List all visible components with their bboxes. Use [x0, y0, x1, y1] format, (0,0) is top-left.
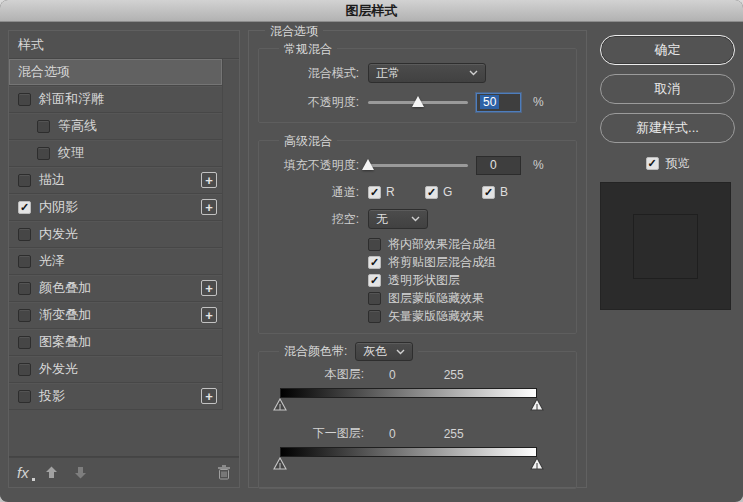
sidebar-item-5[interactable]: ✓内阴影+: [9, 194, 222, 221]
chevron-down-icon: [411, 216, 420, 222]
style-item-label: 外发光: [39, 360, 78, 378]
opacity-slider-thumb[interactable]: [412, 96, 424, 107]
this-layer-block: 本图层: 0 255: [269, 366, 566, 415]
style-item-label: 颜色叠加: [39, 279, 91, 297]
add-instance-icon[interactable]: +: [201, 307, 217, 323]
channel-b: ✓B: [482, 185, 539, 199]
underlying-black-marker[interactable]: [273, 457, 287, 470]
channel-r-checkbox[interactable]: ✓: [368, 186, 381, 199]
advanced-option-checkbox[interactable]: ✓: [368, 256, 381, 269]
opacity-unit: %: [533, 95, 544, 109]
style-item-label: 等高线: [58, 117, 97, 135]
opacity-input[interactable]: 50: [476, 93, 521, 112]
style-enable-checkbox[interactable]: [18, 363, 31, 376]
add-instance-icon[interactable]: +: [201, 280, 217, 296]
style-enable-checkbox[interactable]: [18, 255, 31, 268]
preview-inner-square: [633, 214, 698, 279]
blend-if-mode-select[interactable]: 灰色: [355, 342, 413, 361]
style-enable-checkbox[interactable]: [18, 309, 31, 322]
opacity-slider[interactable]: [368, 95, 468, 109]
fx-label: fx: [17, 464, 29, 481]
fill-opacity-slider-track: [368, 164, 468, 167]
styles-list-empty-area: [9, 410, 239, 457]
advanced-option-checkbox[interactable]: ✓: [368, 274, 381, 287]
new-style-button[interactable]: 新建样式...: [600, 113, 735, 143]
this-layer-white-marker[interactable]: [530, 398, 544, 411]
sidebar-item-7[interactable]: 光泽: [9, 248, 222, 275]
preview-checkbox[interactable]: ✓: [646, 157, 659, 170]
sidebar-item-1[interactable]: 斜面和浮雕: [9, 86, 222, 113]
advanced-option-checkbox[interactable]: [368, 310, 381, 323]
sidebar-item-12[interactable]: 投影+: [9, 383, 222, 410]
sidebar-item-11[interactable]: 外发光: [9, 356, 222, 383]
advanced-option-checkbox[interactable]: [368, 238, 381, 251]
channel-r: ✓R: [368, 185, 425, 199]
fill-opacity-slider-thumb[interactable]: [362, 159, 374, 170]
preview-swatch: [600, 182, 731, 310]
style-enable-checkbox[interactable]: [18, 336, 31, 349]
knockout-select[interactable]: 无: [368, 209, 428, 229]
channel-label: B: [500, 185, 508, 199]
advanced-option-1: ✓将剪贴图层混合成组: [368, 253, 566, 271]
blend-mode-label: 混合模式:: [269, 65, 359, 82]
sidebar-item-3[interactable]: 纹理: [9, 140, 222, 167]
channel-b-checkbox[interactable]: ✓: [482, 186, 495, 199]
style-enable-checkbox[interactable]: [18, 282, 31, 295]
style-enable-checkbox[interactable]: [18, 390, 31, 403]
styles-list: 混合选项斜面和浮雕等高线纹理描边+✓内阴影+内发光光泽颜色叠加+渐变叠加+图案叠…: [9, 59, 223, 410]
trash-icon: [217, 465, 231, 480]
style-enable-checkbox[interactable]: [37, 120, 50, 133]
this-layer-black-marker[interactable]: [273, 398, 287, 411]
move-up-icon[interactable]: [45, 466, 58, 479]
underlying-high-value: 255: [444, 427, 464, 441]
this-layer-high-value: 255: [444, 368, 464, 382]
delete-style-button[interactable]: [217, 465, 231, 480]
advanced-option-2: ✓透明形状图层: [368, 271, 566, 289]
knockout-label: 挖空:: [269, 211, 359, 228]
underlying-white-marker[interactable]: [530, 457, 544, 470]
fill-opacity-unit: %: [533, 158, 544, 172]
add-instance-icon[interactable]: +: [201, 388, 217, 404]
general-blending-group: 常规混合 混合模式: 正常 不透明度: 50: [258, 48, 577, 123]
style-item-label: 描边: [39, 171, 65, 189]
style-item-label: 内发光: [39, 225, 78, 243]
fill-opacity-label: 填充不透明度:: [269, 157, 359, 174]
sidebar-item-8[interactable]: 颜色叠加+: [9, 275, 222, 302]
add-instance-icon[interactable]: +: [201, 172, 217, 188]
style-item-label: 混合选项: [18, 63, 70, 81]
sidebar-item-2[interactable]: 等高线: [9, 113, 222, 140]
chevron-down-icon: [396, 349, 405, 355]
sidebar-item-9[interactable]: 渐变叠加+: [9, 302, 222, 329]
sidebar-item-6[interactable]: 内发光: [9, 221, 222, 248]
style-enable-checkbox[interactable]: [18, 228, 31, 241]
sidebar-item-0[interactable]: 混合选项: [9, 59, 222, 86]
blend-if-mode-value: 灰色: [363, 343, 387, 360]
add-instance-icon[interactable]: +: [201, 199, 217, 215]
style-item-label: 渐变叠加: [39, 306, 91, 324]
cancel-button[interactable]: 取消: [600, 74, 735, 104]
fill-opacity-input[interactable]: 0: [476, 156, 521, 175]
advanced-blending-legend: 高级混合: [279, 133, 337, 150]
advanced-option-checkbox[interactable]: [368, 292, 381, 305]
style-enable-checkbox[interactable]: [37, 147, 50, 160]
sidebar-item-10[interactable]: 图案叠加: [9, 329, 222, 356]
sidebar-item-4[interactable]: 描边+: [9, 167, 222, 194]
underlying-low-value: 0: [389, 427, 396, 441]
preview-row: ✓ 预览: [600, 155, 735, 172]
style-enable-checkbox[interactable]: [18, 174, 31, 187]
channel-g-checkbox[interactable]: ✓: [425, 186, 438, 199]
fx-menu-button[interactable]: fx: [17, 464, 29, 482]
advanced-option-0: 将内部效果混合成组: [368, 235, 566, 253]
style-enable-checkbox[interactable]: [18, 93, 31, 106]
preview-label: 预览: [666, 155, 690, 172]
dialog-titlebar[interactable]: 图层样式: [0, 0, 743, 22]
blend-mode-select[interactable]: 正常: [368, 63, 486, 83]
styles-footer: fx: [9, 457, 239, 487]
ok-button[interactable]: 确定: [600, 35, 735, 65]
fill-opacity-slider[interactable]: [368, 158, 468, 172]
move-down-icon[interactable]: [74, 466, 87, 479]
dialog-title: 图层样式: [346, 2, 398, 20]
panel-title: 混合选项: [265, 23, 323, 40]
style-enable-checkbox[interactable]: ✓: [18, 201, 31, 214]
underlying-layer-block: 下一图层: 0 255: [269, 425, 566, 474]
